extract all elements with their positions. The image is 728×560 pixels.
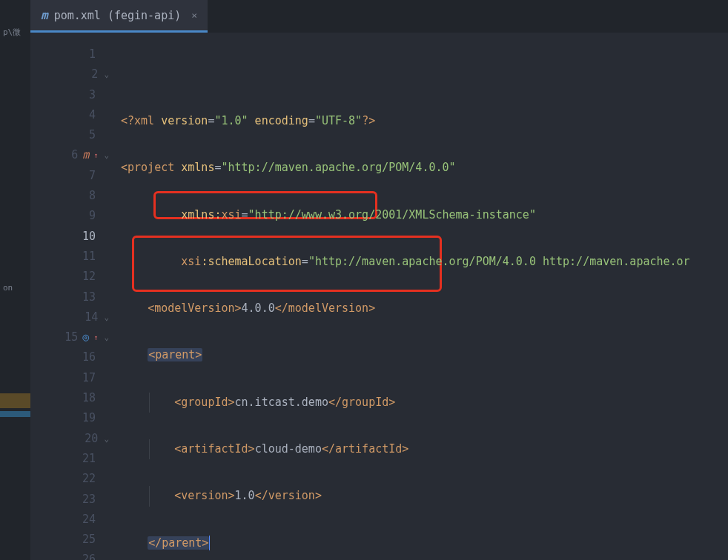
fold-icon[interactable]: ⌄ [104, 145, 109, 165]
fold-icon[interactable]: ⌄ [104, 307, 109, 327]
editor-pane[interactable]: 1 2⌄ 3 4 5 6m↑⌄ 7 8 9 10 11 12 13 14⌄ 15… [30, 33, 728, 560]
up-arrow-icon: ↑ [93, 145, 98, 165]
tab-bar: m pom.xml (fegin-api) × [30, 0, 728, 33]
tab-label: pom.xml (fegin-api) [54, 9, 182, 22]
close-icon[interactable]: × [191, 10, 197, 21]
sidebar-selection [0, 393, 30, 408]
activity-bar: p\微 on [0, 0, 30, 560]
line-gutter: 1 2⌄ 3 4 5 6m↑⌄ 7 8 9 10 11 12 13 14⌄ 15… [30, 33, 116, 560]
target-icon: ◎ [82, 327, 89, 347]
breadcrumb-fragment: p\微 [0, 25, 30, 39]
tab-pom-xml[interactable]: m pom.xml (fegin-api) × [30, 0, 208, 33]
up-arrow-icon: ↑ [93, 327, 98, 347]
fold-icon[interactable]: ⌄ [104, 64, 109, 84]
sidebar-marker [0, 411, 30, 417]
text-cursor [209, 536, 210, 550]
fold-icon[interactable]: ⌄ [104, 429, 109, 449]
maven-file-icon: m [41, 8, 48, 22]
fold-icon[interactable]: ⌄ [104, 327, 109, 347]
code-area[interactable]: <?xml version="1.0" encoding="UTF-8"?> <… [116, 33, 728, 560]
maven-glyph-icon: m [82, 145, 89, 165]
breadcrumb-fragment: on [0, 281, 30, 294]
